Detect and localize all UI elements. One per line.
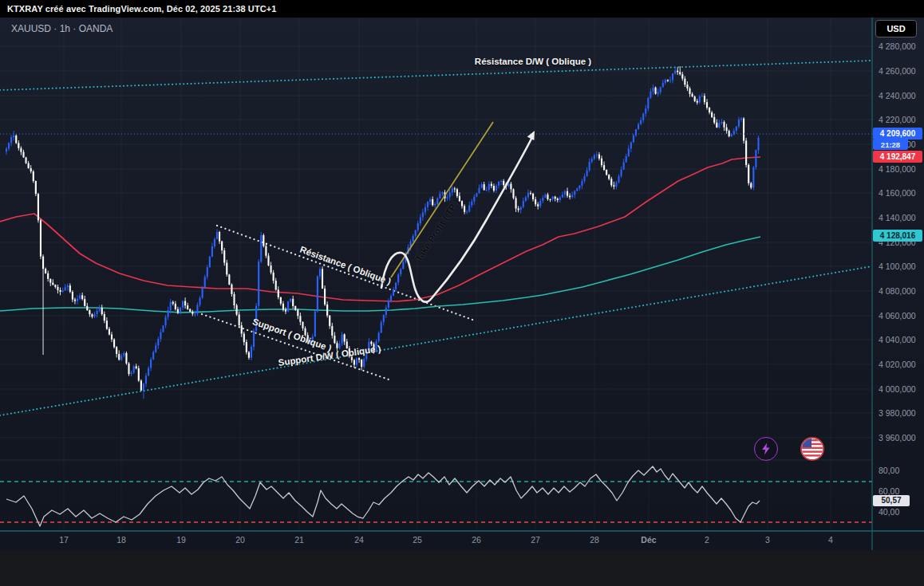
svg-text:3: 3 — [765, 535, 770, 545]
us-flag-button[interactable] — [800, 437, 824, 461]
svg-text:26: 26 — [472, 535, 481, 545]
chart-canvas[interactable]: 4 280,0004 260,0004 240,0004 220,0004 20… — [0, 18, 924, 550]
svg-text:27: 27 — [531, 535, 540, 545]
lightning-button[interactable] — [754, 437, 778, 461]
gridlines — [0, 18, 872, 531]
svg-text:17: 17 — [59, 535, 69, 545]
svg-text:4 160,000: 4 160,000 — [879, 188, 916, 198]
svg-text:60,00: 60,00 — [879, 486, 899, 496]
svg-text:24: 24 — [354, 535, 364, 545]
svg-text:4: 4 — [828, 535, 833, 545]
last-price-badge: 4 209,600 — [873, 128, 922, 140]
time-axis[interactable]: 17181920212425262728Déc234 — [59, 535, 833, 545]
svg-text:21: 21 — [294, 535, 304, 545]
svg-text:4 260,000: 4 260,000 — [879, 66, 916, 76]
svg-text:80,00: 80,00 — [879, 466, 899, 475]
svg-text:25: 25 — [413, 535, 422, 545]
us-flag-icon — [802, 439, 823, 459]
lightning-bolt-icon — [760, 442, 772, 455]
projection-arrow-path — [381, 137, 532, 302]
ma-fast-price-badge: 4 192,847 — [873, 151, 922, 163]
drawings-layer[interactable] — [381, 122, 535, 302]
svg-text:4 140,000: 4 140,000 — [879, 213, 916, 222]
svg-text:3 980,000: 3 980,000 — [879, 408, 916, 418]
svg-text:4 280,000: 4 280,000 — [879, 41, 916, 51]
svg-text:3 960,000: 3 960,000 — [879, 433, 916, 442]
symbol-legend[interactable]: XAUUSD · 1h · OANDA — [11, 23, 113, 34]
svg-text:4 060,000: 4 060,000 — [879, 311, 916, 321]
svg-text:4 000,000: 4 000,000 — [879, 384, 916, 394]
resistance-dw-line — [0, 61, 872, 90]
svg-text:40,00: 40,00 — [879, 507, 899, 517]
svg-text:18: 18 — [116, 535, 126, 545]
svg-text:2: 2 — [705, 535, 709, 545]
svg-text:4 100,000: 4 100,000 — [879, 262, 916, 271]
bar-countdown-badge: 21:28 — [873, 140, 908, 150]
resistance-dw-label[interactable]: Résistance D/W ( Oblique ) — [475, 57, 591, 66]
svg-text:4 240,000: 4 240,000 — [879, 91, 916, 100]
price-axis[interactable]: 4 280,0004 260,0004 240,0004 220,0004 20… — [879, 41, 916, 517]
candles-layer — [6, 66, 760, 399]
moving-averages — [0, 157, 760, 313]
svg-text:4 020,000: 4 020,000 — [879, 360, 916, 369]
svg-text:4 040,000: 4 040,000 — [879, 335, 916, 344]
svg-text:4 220,000: 4 220,000 — [879, 115, 916, 124]
svg-text:Déc: Déc — [641, 535, 656, 545]
svg-text:20: 20 — [235, 535, 245, 545]
ma-slow-price-badge: 4 128,016 — [873, 230, 922, 242]
watermark-bar: KTXRAY créé avec TradingView.com, Déc 02… — [0, 0, 924, 18]
rsi-line — [6, 466, 760, 526]
rsi-pane — [0, 466, 872, 526]
svg-text:19: 19 — [176, 535, 186, 545]
svg-text:4 180,000: 4 180,000 — [879, 164, 916, 174]
support-dw-line — [0, 266, 872, 415]
footer-bar: TradingView — [0, 550, 924, 586]
svg-text:4 080,000: 4 080,000 — [879, 286, 916, 296]
currency-button[interactable]: USD — [875, 20, 917, 37]
chart-area[interactable]: 4 280,0004 260,0004 240,0004 220,0004 20… — [0, 18, 924, 550]
svg-text:28: 28 — [590, 535, 599, 545]
rsi-value-badge: 50,57 — [873, 495, 910, 506]
yellow-trendline — [391, 122, 493, 277]
